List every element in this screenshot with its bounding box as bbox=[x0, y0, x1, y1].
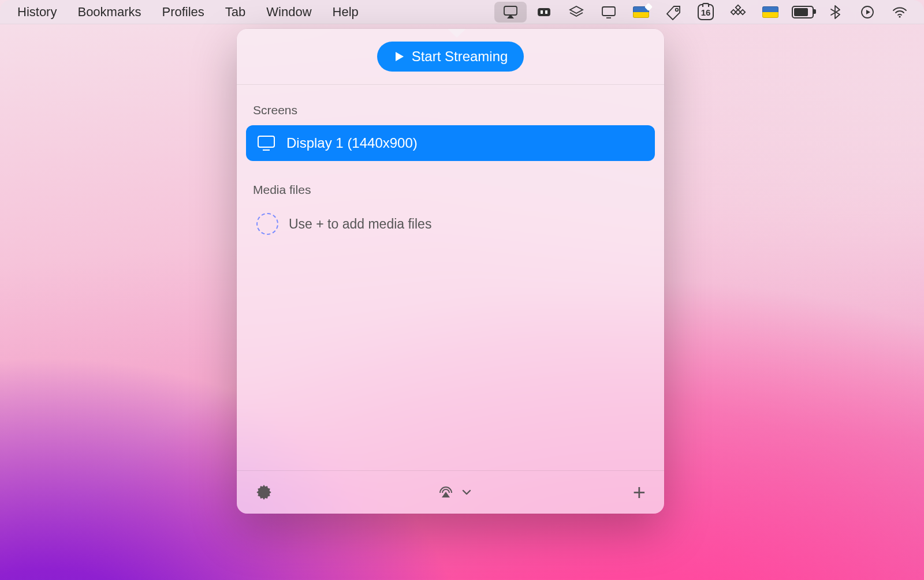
settings-button[interactable] bbox=[252, 483, 276, 502]
screen-item-label: Display 1 (1440x900) bbox=[286, 135, 418, 151]
placeholder-circle-icon bbox=[256, 213, 278, 235]
add-media-button[interactable]: + bbox=[629, 481, 649, 504]
screen-item-display1[interactable]: Display 1 (1440x900) bbox=[246, 125, 655, 161]
toolbar-app-icon[interactable] bbox=[528, 0, 560, 24]
svg-rect-11 bbox=[731, 10, 736, 14]
menubar-status-area: 16 bbox=[493, 0, 916, 24]
svg-marker-16 bbox=[396, 52, 404, 61]
menubar: History Bookmarks Profiles Tab Window He… bbox=[0, 0, 924, 24]
menu-tab[interactable]: Tab bbox=[215, 5, 256, 20]
media-section-title: Media files bbox=[246, 179, 655, 205]
menu-history[interactable]: History bbox=[14, 5, 67, 20]
svg-rect-3 bbox=[541, 10, 543, 14]
start-streaming-label: Start Streaming bbox=[412, 48, 508, 65]
battery-icon[interactable] bbox=[787, 0, 819, 24]
bluetooth-icon[interactable] bbox=[819, 0, 851, 24]
media-empty-row: Use + to add media files bbox=[246, 205, 655, 243]
svg-marker-19 bbox=[442, 492, 450, 497]
flag-icon[interactable] bbox=[625, 0, 657, 24]
airplay-target-icon bbox=[437, 484, 454, 501]
start-streaming-button[interactable]: Start Streaming bbox=[377, 42, 524, 72]
svg-marker-5 bbox=[570, 6, 583, 13]
svg-marker-14 bbox=[866, 10, 870, 14]
layers-icon[interactable] bbox=[560, 0, 593, 24]
menu-bookmarks[interactable]: Bookmarks bbox=[67, 5, 151, 20]
svg-rect-0 bbox=[504, 6, 517, 15]
language-flag-icon[interactable] bbox=[754, 0, 787, 24]
svg-rect-2 bbox=[538, 9, 550, 16]
streaming-popover: Start Streaming Screens Display 1 (1440x… bbox=[237, 29, 664, 514]
cast-target-button[interactable] bbox=[434, 483, 458, 502]
popover-footer: + bbox=[237, 470, 664, 514]
screens-section-title: Screens bbox=[246, 100, 655, 125]
menu-window[interactable]: Window bbox=[256, 5, 322, 20]
media-placeholder-text: Use + to add media files bbox=[289, 216, 431, 232]
display-icon[interactable] bbox=[593, 0, 625, 24]
svg-rect-4 bbox=[545, 10, 547, 14]
svg-rect-6 bbox=[602, 7, 615, 16]
play-icon bbox=[393, 51, 405, 62]
airplay-menu-icon[interactable] bbox=[494, 2, 527, 23]
calendar-icon[interactable]: 16 bbox=[690, 0, 722, 24]
monitor-icon bbox=[256, 133, 276, 153]
gear-icon bbox=[255, 484, 273, 501]
popover-body: Screens Display 1 (1440x900) Media files… bbox=[237, 85, 664, 470]
svg-rect-17 bbox=[258, 136, 274, 147]
svg-rect-12 bbox=[740, 10, 745, 14]
svg-point-15 bbox=[899, 16, 900, 17]
play-circle-icon[interactable] bbox=[851, 0, 884, 24]
menu-profiles[interactable]: Profiles bbox=[152, 5, 215, 20]
calendar-day: 16 bbox=[698, 4, 714, 20]
wifi-icon[interactable] bbox=[884, 0, 916, 24]
popover-header: Start Streaming bbox=[237, 29, 664, 85]
chevron-down-icon[interactable] bbox=[461, 487, 472, 497]
menu-help[interactable]: Help bbox=[322, 5, 369, 20]
svg-point-8 bbox=[676, 9, 679, 12]
apps-grid-icon[interactable] bbox=[722, 0, 754, 24]
tag-icon[interactable] bbox=[657, 0, 690, 24]
